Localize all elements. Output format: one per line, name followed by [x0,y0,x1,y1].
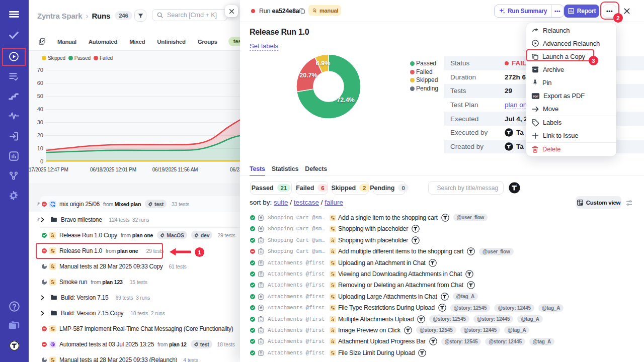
svg-text:06/19/2025 11:56 AM: 06/19/2025 11:56 AM [152,167,198,172]
svg-text:0: 0 [40,158,43,164]
svg-text:PDF: PDF [533,95,539,98]
svg-text:50: 50 [37,93,43,99]
svg-text:6.9%: 6.9% [316,60,331,67]
svg-text:10: 10 [37,145,43,151]
svg-text:06/18/2025 12:01 PM: 06/18/2025 12:01 PM [90,167,136,172]
svg-text:30: 30 [37,119,43,125]
svg-text:20.7%: 20.7% [299,72,317,79]
svg-text:40: 40 [37,106,43,112]
svg-text:60: 60 [37,80,43,86]
svg-text:20: 20 [37,132,43,138]
svg-text:70: 70 [37,67,43,73]
svg-text:72.4%: 72.4% [337,97,354,104]
svg-text:17/2025 12:47 PM: 17/2025 12:47 PM [29,167,68,172]
